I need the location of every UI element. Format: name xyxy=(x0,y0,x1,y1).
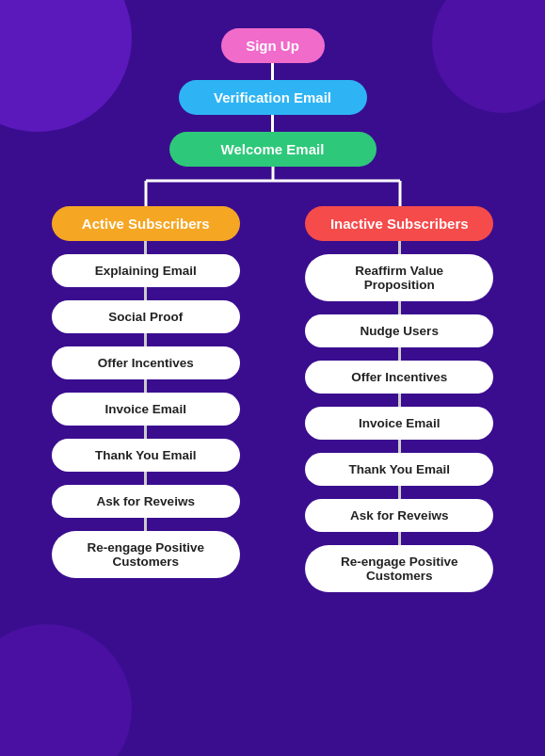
inactive-branch-connector-6 xyxy=(398,532,401,545)
active-subscribers-node: Active Subscribers xyxy=(52,206,240,241)
signup-label: Sign Up xyxy=(246,38,299,54)
inactive-branch-connector-0 xyxy=(398,241,401,254)
active-item-0: Explaining Email xyxy=(52,254,240,287)
active-item-2: Offer Incentives xyxy=(52,346,240,379)
inactive-label: Inactive Subscribers xyxy=(330,216,469,232)
welcome-label: Welcome Email xyxy=(221,141,325,157)
inactive-item-1: Nudge Users xyxy=(305,314,493,347)
bg-circle-bottom-left xyxy=(0,624,132,756)
inactive-branch-connector-5 xyxy=(398,486,401,499)
verification-node: Verification Email xyxy=(179,80,367,115)
active-branch-connector-6 xyxy=(144,518,147,531)
inactive-item-4: Thank You Email xyxy=(305,453,493,486)
inactive-item-6: Re-engage Positive Customers xyxy=(305,545,493,592)
welcome-node: Welcome Email xyxy=(169,132,377,167)
inactive-item-2: Offer Incentives xyxy=(305,361,493,394)
active-item-1: Social Proof xyxy=(52,300,240,333)
inactive-item-5: Ask for Reveiws xyxy=(305,499,493,532)
verification-label: Verification Email xyxy=(214,89,331,105)
active-branch-connector-2 xyxy=(144,333,147,346)
inactive-branch-connector-3 xyxy=(398,394,401,407)
inactive-subscribers-node: Inactive Subscribers xyxy=(305,206,493,241)
inactive-items-container: Reaffirm Value PropositionNudge UsersOff… xyxy=(305,241,493,592)
split-section: Active Subscribers Explaining EmailSocia… xyxy=(19,206,526,592)
active-branch-connector-3 xyxy=(144,379,147,393)
active-branch-connector-5 xyxy=(144,472,147,485)
inactive-item-3: Invoice Email xyxy=(305,407,493,440)
inactive-item-0: Reaffirm Value Proposition xyxy=(305,254,493,301)
active-item-4: Thank You Email xyxy=(52,439,240,472)
active-item-6: Re-engage Positive Customers xyxy=(52,531,240,578)
signup-node: Sign Up xyxy=(221,28,325,63)
connector-verification-welcome xyxy=(271,115,274,132)
inactive-branch-connector-1 xyxy=(398,301,401,314)
flowchart: Sign Up Verification Email Welcome Email… xyxy=(0,0,545,630)
active-item-5: Ask for Reveiws xyxy=(52,485,240,518)
inactive-branch-connector-4 xyxy=(398,440,401,453)
active-branch-connector-4 xyxy=(144,426,147,439)
top-section: Sign Up Verification Email Welcome Email xyxy=(169,28,377,167)
active-label: Active Subscribers xyxy=(82,216,210,232)
inactive-branch-connector-2 xyxy=(398,347,401,361)
active-branch-connector-1 xyxy=(144,287,147,300)
active-branch: Active Subscribers Explaining EmailSocia… xyxy=(19,206,273,592)
active-items-container: Explaining EmailSocial ProofOffer Incent… xyxy=(52,241,240,578)
inactive-branch: Inactive Subscribers Reaffirm Value Prop… xyxy=(273,206,527,592)
connector-signup-verification xyxy=(271,63,274,80)
active-item-3: Invoice Email xyxy=(52,393,240,426)
active-branch-connector-0 xyxy=(144,241,147,254)
branch-connector-svg xyxy=(19,167,527,206)
